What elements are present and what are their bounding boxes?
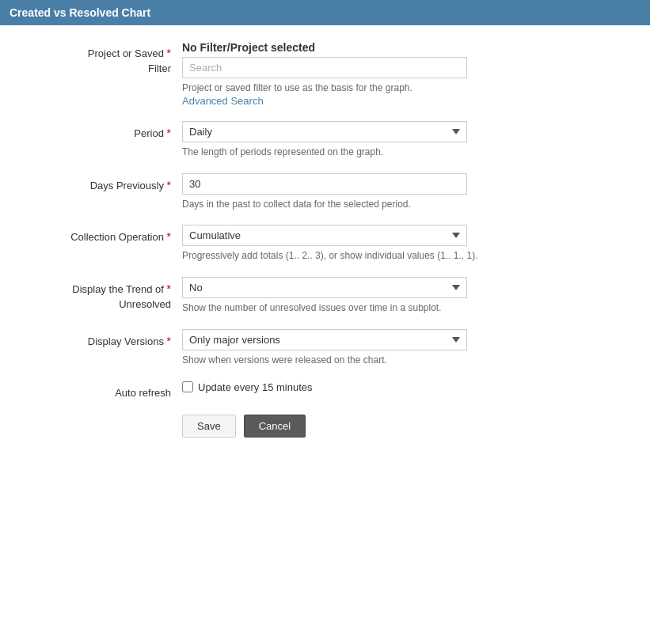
auto-refresh-field: Update every 15 minutes (182, 381, 618, 393)
auto-refresh-label: Auto refresh (16, 381, 182, 400)
project-filter-label: Project or Saved * Filter (16, 41, 182, 76)
project-help-text: Project or saved filter to use as the ba… (182, 81, 618, 95)
collection-operation-label: Collection Operation * (16, 225, 182, 245)
auto-refresh-checkbox-row: Update every 15 minutes (182, 381, 618, 393)
display-trend-label: Display the Trend of * Unresolved (16, 277, 182, 312)
save-button[interactable]: Save (182, 415, 236, 438)
collection-operation-row: Collection Operation * Cumulative Indivi… (16, 225, 618, 263)
no-filter-text: No Filter/Project selected (182, 41, 618, 54)
period-select[interactable]: Daily Weekly Monthly (182, 121, 467, 142)
display-versions-label: Display Versions * (16, 329, 182, 350)
period-label: Period * (16, 121, 182, 142)
display-versions-field: Only major versions All versions None Sh… (182, 329, 618, 367)
collection-operation-field: Cumulative Individual Progressively add … (182, 225, 618, 263)
display-trend-row: Display the Trend of * Unresolved No Yes… (16, 277, 618, 315)
collection-operation-help-text: Progressively add totals (1.. 2.. 3), or… (182, 249, 618, 263)
days-previously-row: Days Previously * Days in the past to co… (16, 173, 618, 211)
search-input[interactable] (182, 57, 467, 78)
cancel-button[interactable]: Cancel (244, 415, 306, 438)
period-help-text: The length of periods represented on the… (182, 146, 618, 159)
display-versions-row: Display Versions * Only major versions A… (16, 329, 618, 367)
advanced-search-link[interactable]: Advanced Search (182, 95, 264, 107)
project-filter-row: Project or Saved * Filter No Filter/Proj… (16, 41, 618, 107)
period-field: Daily Weekly Monthly The length of perio… (182, 121, 618, 159)
auto-refresh-checkbox-label: Update every 15 minutes (198, 381, 313, 393)
buttons-row: Save Cancel (182, 415, 618, 438)
display-versions-select[interactable]: Only major versions All versions None (182, 329, 467, 350)
auto-refresh-row: Auto refresh Update every 15 minutes (16, 381, 618, 400)
collection-operation-select[interactable]: Cumulative Individual (182, 225, 467, 246)
period-row: Period * Daily Weekly Monthly The length… (16, 121, 618, 159)
days-previously-help-text: Days in the past to collect data for the… (182, 198, 618, 211)
title-text: Created vs Resolved Chart (10, 6, 150, 19)
title-bar: Created vs Resolved Chart (0, 0, 650, 25)
days-previously-label: Days Previously * (16, 173, 182, 194)
days-previously-input[interactable] (182, 173, 467, 195)
days-previously-field: Days in the past to collect data for the… (182, 173, 618, 211)
display-trend-select[interactable]: No Yes (182, 277, 467, 298)
display-trend-field: No Yes Show the number of unresolved iss… (182, 277, 618, 315)
auto-refresh-checkbox[interactable] (182, 381, 193, 392)
display-versions-help-text: Show when versions were released on the … (182, 354, 618, 367)
project-filter-field: No Filter/Project selected Project or sa… (182, 41, 618, 107)
display-trend-help-text: Show the number of unresolved issues ove… (182, 301, 618, 315)
